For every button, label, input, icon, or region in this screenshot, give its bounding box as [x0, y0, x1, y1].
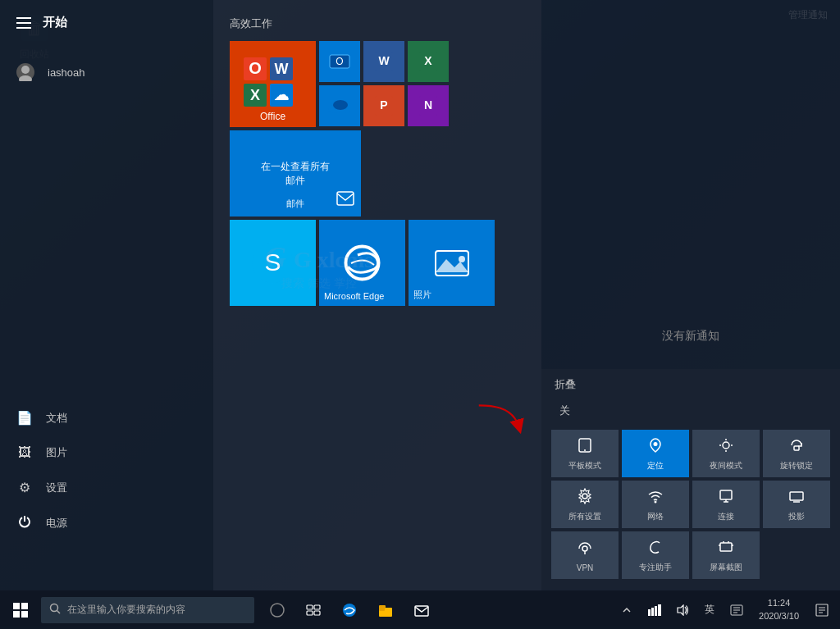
cortana-button[interactable] [259, 590, 295, 629]
tile-word[interactable]: W [363, 41, 404, 82]
svg-marker-78 [678, 605, 683, 615]
user-profile[interactable]: iashoah [0, 53, 213, 91]
all-settings-icon [577, 488, 593, 508]
svg-text:X: X [424, 54, 432, 67]
tile-onedrive[interactable] [319, 85, 360, 126]
tablet-mode-label: 平板模式 [568, 460, 601, 472]
svg-point-50 [582, 546, 587, 551]
vpn-label: VPN [577, 563, 594, 572]
start-sidebar: 开始 iashoah 📄 文档 🖼 图片 ⚙ [0, 0, 213, 590]
small-tiles-group: O W X P [319, 41, 449, 127]
ime-icon[interactable] [724, 590, 749, 629]
screenshot-label: 屏幕截图 [710, 562, 742, 573]
clock[interactable]: 11:24 2020/3/10 [752, 597, 806, 622]
svg-text:P: P [380, 98, 387, 112]
show-hidden-icons[interactable] [614, 590, 639, 629]
tiles-header: 高效工作 [230, 16, 525, 31]
tile-photos[interactable]: 照片 [409, 220, 495, 306]
mail-icon [336, 191, 354, 210]
qa-all-settings[interactable]: 所有设置 [551, 481, 619, 528]
svg-rect-75 [651, 608, 654, 616]
start-button[interactable] [0, 590, 41, 629]
tiles-grid: O W X ☁ Office [230, 41, 525, 217]
svg-line-63 [57, 611, 61, 614]
svg-text:S: S [264, 248, 281, 276]
svg-text:X: X [250, 87, 260, 103]
action-panel-header: 折叠 [551, 377, 830, 392]
task-view-button[interactable] [295, 590, 331, 629]
tile-mail[interactable]: 在一处查看所有 邮件 邮件 [230, 130, 361, 217]
qa-location[interactable]: 定位 [622, 430, 689, 477]
volume-icon[interactable] [670, 590, 695, 629]
network-label: 网络 [647, 511, 664, 522]
rotation-lock-label: 旋转锁定 [780, 460, 813, 472]
night-mode-label: 夜间模式 [710, 460, 742, 472]
location-label: 定位 [647, 460, 664, 472]
svg-point-33 [459, 256, 465, 262]
sidebar-item-settings[interactable]: ⚙ 设置 [0, 470, 213, 505]
tile-powerpoint[interactable]: P [363, 85, 404, 126]
pictures-icon: 🖼 [16, 445, 33, 460]
tile-edge[interactable]: Microsoft Edge [319, 220, 405, 306]
notification-center-button[interactable] [809, 590, 835, 629]
tablet-mode-icon [577, 437, 593, 457]
tiles-row-2: P N [319, 85, 449, 126]
svg-point-64 [271, 604, 284, 617]
start-title: 开始 [43, 15, 67, 30]
qa-connect[interactable]: 连接 [692, 481, 760, 528]
all-settings-label: 所有设置 [568, 511, 601, 522]
svg-point-36 [654, 442, 658, 446]
office-tile-label: Office [260, 111, 285, 122]
taskbar-icons [259, 590, 440, 629]
sidebar-documents-label: 文档 [46, 411, 67, 426]
svg-text:N: N [424, 98, 432, 112]
tile-outlook[interactable]: O [319, 41, 360, 82]
mail-taskbar[interactable] [404, 590, 440, 629]
user-avatar [16, 63, 34, 81]
svg-rect-77 [658, 604, 661, 616]
office-icon: O W X ☁ [240, 51, 297, 108]
svg-text:W: W [378, 54, 390, 67]
rotation-lock-icon [788, 437, 805, 457]
svg-point-62 [51, 604, 58, 612]
svg-point-3 [19, 75, 32, 81]
tile-excel[interactable]: X [408, 41, 449, 82]
document-icon: 📄 [16, 410, 33, 426]
sidebar-item-pictures[interactable]: 🖼 图片 [0, 435, 213, 470]
svg-rect-76 [655, 606, 657, 616]
svg-point-37 [723, 442, 729, 449]
power-off-label: 关 [551, 399, 578, 423]
svg-point-2 [21, 66, 30, 74]
network-status-icon[interactable] [642, 590, 667, 629]
hamburger-menu[interactable] [16, 17, 31, 29]
network-icon [647, 488, 664, 508]
qa-screenshot[interactable]: 屏幕截图 [692, 531, 760, 579]
qa-night-mode[interactable]: 夜间模式 [692, 430, 760, 477]
qa-project[interactable]: 投影 [763, 481, 830, 528]
file-explorer-taskbar[interactable] [368, 590, 404, 629]
svg-rect-58 [13, 603, 20, 609]
sidebar-item-documents[interactable]: 📄 文档 [0, 400, 213, 435]
qa-network[interactable]: 网络 [622, 481, 689, 528]
date: 2020/3/10 [759, 610, 799, 622]
tile-skype[interactable]: S [230, 220, 316, 306]
taskbar-search[interactable]: 在这里输入你要搜索的内容 [41, 597, 254, 623]
qa-tablet-mode[interactable]: 平板模式 [551, 430, 619, 477]
qa-focus-assist[interactable]: 专注助手 [622, 531, 689, 579]
svg-point-22 [333, 100, 348, 110]
tile-office[interactable]: O W X ☁ Office [230, 41, 316, 127]
svg-rect-66 [314, 605, 320, 609]
project-icon [788, 488, 805, 508]
quick-actions-grid: 平板模式 定位 夜间模式 [551, 430, 830, 579]
svg-point-44 [655, 501, 657, 504]
sidebar-power-label: 电源 [46, 516, 67, 531]
tile-onenote[interactable]: N [408, 85, 449, 126]
vpn-icon [577, 540, 593, 560]
qa-rotation-lock[interactable]: 旋转锁定 [763, 430, 830, 477]
qa-vpn[interactable]: VPN [551, 531, 619, 579]
language-indicator[interactable]: 英 [698, 590, 721, 629]
focus-assist-label: 专注助手 [639, 562, 672, 573]
sidebar-item-power[interactable]: 电源 [0, 505, 213, 541]
edge-taskbar[interactable] [331, 590, 368, 629]
action-panel: 折叠 关 平板模式 定位 [541, 369, 840, 590]
